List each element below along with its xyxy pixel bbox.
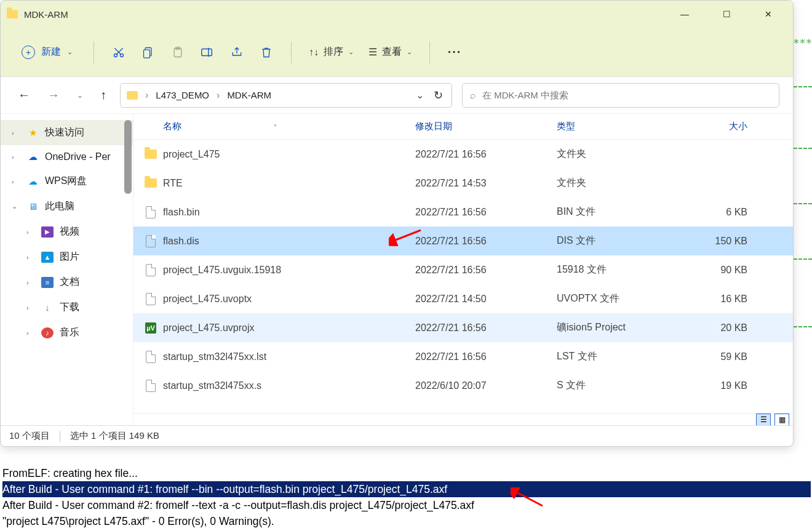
file-type: 礦ision5 Project — [557, 321, 680, 334]
chevron-down-icon: ⌄ — [67, 48, 73, 56]
file-row[interactable]: flash.bin2022/7/21 16:56BIN 文件6 KB — [133, 198, 793, 226]
breadcrumb-seg[interactable]: MDK-ARM — [227, 90, 271, 100]
close-button[interactable]: ✕ — [756, 5, 781, 23]
chevron-right-icon: › — [26, 228, 35, 236]
minimize-button[interactable]: ― — [672, 5, 697, 23]
search-input[interactable] — [482, 90, 771, 100]
file-row[interactable]: RTE2022/7/21 14:53文件夹 — [133, 169, 793, 198]
plus-icon: + — [22, 46, 35, 59]
up-button[interactable]: ↑ — [97, 86, 110, 105]
titlebar[interactable]: MDK-ARM ― ☐ ✕ — [1, 1, 793, 28]
file-date: 2022/7/21 16:56 — [415, 265, 557, 276]
file-name: startup_stm32l475xx.lst — [163, 351, 266, 362]
file-date: 2022/7/21 16:56 — [415, 351, 557, 362]
file-icon — [145, 264, 157, 276]
file-type: 文件夹 — [557, 177, 680, 190]
file-row[interactable]: project_L475.uvguix.159182022/7/21 16:56… — [133, 255, 793, 284]
copy-button[interactable] — [136, 40, 161, 65]
paste-button[interactable] — [165, 40, 190, 65]
sidebar-item-onedrive[interactable]: ›☁OneDrive - Per — [1, 145, 133, 169]
cloud-icon: ☁ — [26, 151, 39, 162]
chevron-down-icon: ⌄ — [407, 48, 412, 56]
file-icon — [145, 380, 157, 392]
chevron-down-icon[interactable]: ⌄ — [416, 89, 424, 101]
column-header-type[interactable]: 类型 — [557, 121, 680, 132]
file-row[interactable]: project_L475.uvoptx2022/7/21 14:50UVOPTX… — [133, 284, 793, 313]
file-name: RTE — [163, 178, 183, 189]
column-header-name[interactable]: 名称˄ — [145, 121, 415, 132]
chevron-down-icon: ⌄ — [348, 48, 354, 56]
file-date: 2022/7/21 16:56 — [415, 149, 557, 160]
music-icon: ♪ — [41, 327, 54, 338]
file-name: flash.bin — [163, 207, 200, 218]
file-icon — [145, 206, 157, 218]
address-bar[interactable]: › L473_DEMO › MDK-ARM ⌄ ↻ — [120, 83, 452, 108]
cut-button[interactable] — [106, 40, 131, 65]
window-title: MDK-ARM — [24, 9, 68, 20]
separator — [429, 41, 430, 63]
grid-view-button[interactable]: ▦ — [774, 414, 789, 426]
scrollbar[interactable] — [124, 120, 132, 194]
sidebar-item-wps[interactable]: ›☁WPS网盘 — [1, 169, 133, 194]
search-icon: ⌕ — [470, 90, 476, 101]
file-name: startup_stm32l475xx.s — [163, 380, 261, 391]
file-size: 20 KB — [680, 322, 754, 334]
file-name: project_L475 — [163, 149, 220, 160]
file-date: 2022/7/21 14:50 — [415, 294, 557, 305]
sidebar-item-music[interactable]: ›♪音乐 — [1, 320, 133, 345]
sort-button[interactable]: ↑↓ 排序 ⌄ — [304, 46, 359, 58]
file-date: 2022/7/21 16:56 — [415, 207, 557, 218]
sidebar-item-downloads[interactable]: ›↓下载 — [1, 295, 133, 320]
chevron-right-icon: › — [26, 304, 35, 311]
refresh-button[interactable]: ↻ — [431, 89, 445, 102]
view-label: 查看 — [382, 46, 402, 58]
delete-button[interactable] — [254, 40, 279, 65]
sidebar-item-thispc[interactable]: ⌄🖥此电脑 — [1, 194, 133, 219]
more-button[interactable]: ··· — [442, 40, 467, 65]
sort-indicator-icon: ˄ — [274, 124, 277, 130]
sort-label: 排序 — [324, 46, 343, 58]
share-button[interactable] — [225, 40, 249, 65]
back-button[interactable]: ← — [14, 86, 34, 105]
rename-button[interactable] — [195, 40, 220, 65]
file-size: 59 KB — [680, 351, 754, 362]
body: ›★快速访问 ›☁OneDrive - Per ›☁WPS网盘 ⌄🖥此电脑 ›▶… — [1, 114, 793, 425]
status-selection: 选中 1 个项目 149 KB — [70, 430, 159, 442]
breadcrumb-seg[interactable]: L473_DEMO — [156, 90, 209, 100]
document-icon: ≡ — [41, 277, 54, 288]
sidebar-item-quickaccess[interactable]: ›★快速访问 — [1, 120, 133, 145]
pc-icon: 🖥 — [26, 201, 39, 212]
file-row[interactable]: startup_stm32l475xx.s2022/6/10 20:07S 文件… — [133, 371, 793, 400]
file-type: BIN 文件 — [557, 206, 680, 218]
details-view-button[interactable]: ☰ — [756, 414, 771, 426]
file-icon — [145, 351, 157, 363]
file-list: 名称˄ 修改日期 类型 大小 project_L4752022/7/21 16:… — [133, 114, 793, 425]
file-date: 2022/7/21 16:56 — [415, 236, 557, 247]
sidebar-item-documents[interactable]: ›≡文档 — [1, 270, 133, 295]
console-line-highlighted: After Build - User command #1: fromelf -… — [2, 481, 811, 497]
background-decor — [794, 0, 812, 443]
file-row[interactable]: startup_stm32l475xx.lst2022/7/21 16:56LS… — [133, 342, 793, 371]
column-header-size[interactable]: 大小 — [680, 121, 754, 132]
file-row[interactable]: flash.dis2022/7/21 16:56DIS 文件150 KB — [133, 226, 793, 255]
sidebar-item-videos[interactable]: ›▶视频 — [1, 219, 133, 244]
chevron-right-icon: › — [26, 254, 35, 261]
new-button[interactable]: + 新建 ⌄ — [13, 42, 81, 63]
file-size: 16 KB — [680, 294, 754, 305]
separator — [291, 41, 292, 63]
sidebar-item-label: 图片 — [60, 250, 79, 263]
sidebar-item-pictures[interactable]: ›▲图片 — [1, 244, 133, 270]
search-box[interactable]: ⌕ — [462, 83, 779, 108]
file-row[interactable]: µVproject_L475.uvprojx2022/7/21 16:56礦is… — [133, 313, 793, 342]
recent-dropdown[interactable]: ⌄ — [73, 89, 87, 102]
svg-rect-3 — [144, 49, 150, 57]
file-type: DIS 文件 — [557, 234, 680, 247]
forward-button[interactable]: → — [44, 86, 63, 105]
column-header-date[interactable]: 修改日期 — [415, 121, 557, 132]
view-button[interactable]: ☰ 查看 ⌄ — [364, 46, 417, 58]
svg-rect-6 — [202, 49, 212, 55]
console-line: FromELF: creating hex file... — [2, 467, 138, 479]
maximize-button[interactable]: ☐ — [714, 5, 739, 23]
file-row[interactable]: project_L4752022/7/21 16:56文件夹 — [133, 140, 793, 169]
status-count: 10 个项目 — [9, 430, 50, 442]
